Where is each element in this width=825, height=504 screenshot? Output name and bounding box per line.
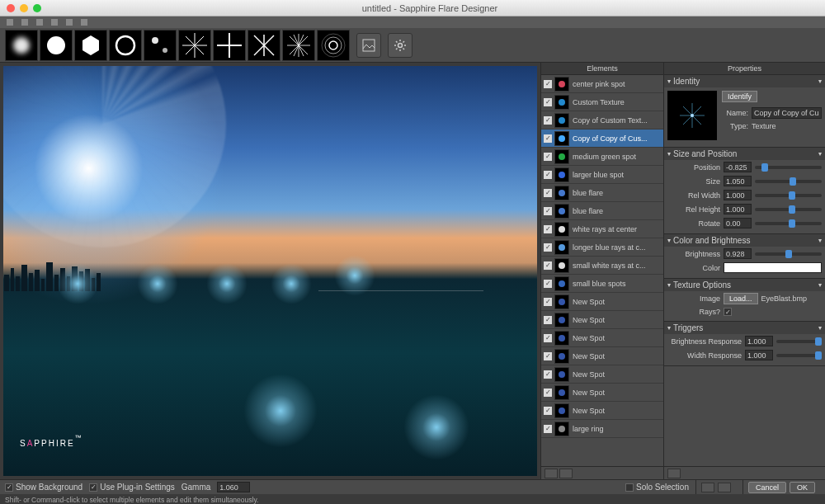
element-row[interactable]: ✓ medium green spot xyxy=(541,148,663,166)
collapse-icon[interactable]: ▾ xyxy=(818,237,822,244)
element-checkbox[interactable]: ✓ xyxy=(544,116,552,125)
preset-soft-glow[interactable] xyxy=(5,30,38,61)
show-background-checkbox[interactable]: ✓Show Background xyxy=(5,483,82,492)
preset-solid-circle[interactable] xyxy=(40,30,73,61)
footer-icon[interactable] xyxy=(701,483,714,492)
minitool-icon[interactable] xyxy=(7,19,13,26)
element-checkbox[interactable]: ✓ xyxy=(544,153,552,161)
element-row[interactable]: ✓ center pink spot xyxy=(541,75,663,93)
element-checkbox[interactable]: ✓ xyxy=(544,280,552,288)
section-identity[interactable]: Identity▾ xyxy=(664,75,825,87)
rotate-slider[interactable] xyxy=(755,222,822,225)
rays-checkbox[interactable]: ✓ xyxy=(724,308,732,316)
element-row[interactable]: ✓ New Spot xyxy=(541,329,663,347)
element-checkbox[interactable]: ✓ xyxy=(544,407,552,415)
element-checkbox[interactable]: ✓ xyxy=(544,134,552,143)
element-row[interactable]: ✓ larger blue spot xyxy=(541,166,663,184)
element-row[interactable]: ✓ blue flare xyxy=(541,202,663,220)
identify-button[interactable]: Identify xyxy=(722,91,757,102)
element-row[interactable]: ✓ white rays at center xyxy=(541,220,663,238)
width-resp-input[interactable] xyxy=(745,350,773,360)
collapse-icon[interactable]: ▾ xyxy=(818,281,822,289)
section-color-brightness[interactable]: Color and Brightness▾ xyxy=(664,234,825,247)
image-button[interactable] xyxy=(356,33,381,58)
minimize-window-icon[interactable] xyxy=(20,4,28,12)
size-slider[interactable] xyxy=(755,180,822,183)
position-input[interactable] xyxy=(724,162,752,172)
element-checkbox[interactable]: ✓ xyxy=(544,425,552,433)
element-row[interactable]: ✓ New Spot xyxy=(541,311,663,329)
brightness-slider[interactable] xyxy=(755,252,822,256)
element-checkbox[interactable]: ✓ xyxy=(544,334,552,342)
collapse-icon[interactable]: ▾ xyxy=(818,150,822,158)
element-checkbox[interactable]: ✓ xyxy=(544,316,552,324)
element-checkbox[interactable]: ✓ xyxy=(544,243,552,252)
position-slider[interactable] xyxy=(755,166,822,169)
preset-streak[interactable] xyxy=(144,30,177,61)
size-input[interactable] xyxy=(724,176,752,186)
gamma-input[interactable] xyxy=(217,482,250,492)
remove-element-icon[interactable] xyxy=(559,469,573,478)
preset-concentric[interactable] xyxy=(317,30,350,61)
use-plugin-checkbox[interactable]: ✓Use Plug-in Settings xyxy=(89,483,175,492)
minitool-icon[interactable] xyxy=(81,19,87,26)
relheight-input[interactable] xyxy=(724,204,752,214)
name-input[interactable] xyxy=(752,107,822,119)
section-size-position[interactable]: Size and Position▾ xyxy=(664,148,825,160)
element-checkbox[interactable]: ✓ xyxy=(544,298,552,306)
collapse-icon[interactable]: ▾ xyxy=(818,78,822,85)
element-row[interactable]: ✓ blue flare xyxy=(541,184,663,202)
section-triggers[interactable]: Triggers▾ xyxy=(664,322,825,334)
element-checkbox[interactable]: ✓ xyxy=(544,207,552,215)
element-row[interactable]: ✓ New Spot xyxy=(541,402,663,420)
preset-hexagon[interactable] xyxy=(74,30,107,61)
element-checkbox[interactable]: ✓ xyxy=(544,261,552,270)
element-row[interactable]: ✓ New Spot xyxy=(541,365,663,384)
element-checkbox[interactable]: ✓ xyxy=(544,98,552,106)
element-row[interactable]: ✓ Custom Texture xyxy=(541,93,663,111)
element-row[interactable]: ✓ longer blue rays at c... xyxy=(541,238,663,257)
add-element-icon[interactable] xyxy=(544,469,558,478)
cancel-button[interactable]: Cancel xyxy=(748,482,786,493)
relheight-slider[interactable] xyxy=(755,208,822,211)
preset-x-rays[interactable] xyxy=(248,30,280,61)
brightness-resp-input[interactable] xyxy=(745,336,773,346)
elements-list[interactable]: ✓ center pink spot✓ Custom Texture✓ Copy… xyxy=(541,75,663,466)
element-row[interactable]: ✓ small white rays at c... xyxy=(541,257,663,275)
element-checkbox[interactable]: ✓ xyxy=(544,389,552,397)
close-window-icon[interactable] xyxy=(7,4,15,12)
width-resp-slider[interactable] xyxy=(776,354,822,357)
section-texture-options[interactable]: Texture Options▾ xyxy=(664,279,825,291)
preview-canvas[interactable]: SAPPHIRE™ xyxy=(3,66,537,476)
element-row[interactable]: ✓ New Spot xyxy=(541,293,663,311)
relwidth-slider[interactable] xyxy=(755,194,822,197)
brightness-input[interactable] xyxy=(724,248,752,259)
preset-cross[interactable] xyxy=(213,30,246,61)
element-row[interactable]: ✓ small blue spots xyxy=(541,275,663,293)
element-row[interactable]: ✓ New Spot xyxy=(541,384,663,402)
element-row[interactable]: ✓ large ring xyxy=(541,420,663,438)
collapse-icon[interactable]: ▾ xyxy=(818,324,822,332)
minitool-icon[interactable] xyxy=(21,19,28,26)
preset-starburst[interactable] xyxy=(282,30,315,61)
element-checkbox[interactable]: ✓ xyxy=(544,80,552,88)
element-checkbox[interactable]: ✓ xyxy=(544,171,552,179)
relwidth-input[interactable] xyxy=(724,190,752,200)
minitool-icon[interactable] xyxy=(36,19,43,26)
element-checkbox[interactable]: ✓ xyxy=(544,370,552,379)
element-row[interactable]: ✓ Copy of Copy of Cus... xyxy=(541,130,663,148)
preset-star-6[interactable] xyxy=(178,30,211,61)
element-checkbox[interactable]: ✓ xyxy=(544,352,552,360)
solo-selection-checkbox[interactable]: Solo Selection xyxy=(625,483,689,492)
element-row[interactable]: ✓ New Spot xyxy=(541,347,663,365)
footer-icon[interactable] xyxy=(718,483,731,492)
settings-button[interactable] xyxy=(388,33,412,58)
rotate-input[interactable] xyxy=(724,218,752,228)
color-swatch[interactable] xyxy=(724,262,822,273)
minitool-icon[interactable] xyxy=(66,19,73,26)
zoom-window-icon[interactable] xyxy=(33,4,41,12)
load-button[interactable]: Load... xyxy=(724,293,758,304)
element-checkbox[interactable]: ✓ xyxy=(544,189,552,197)
ok-button[interactable]: OK xyxy=(790,482,815,493)
brightness-resp-slider[interactable] xyxy=(776,340,822,343)
